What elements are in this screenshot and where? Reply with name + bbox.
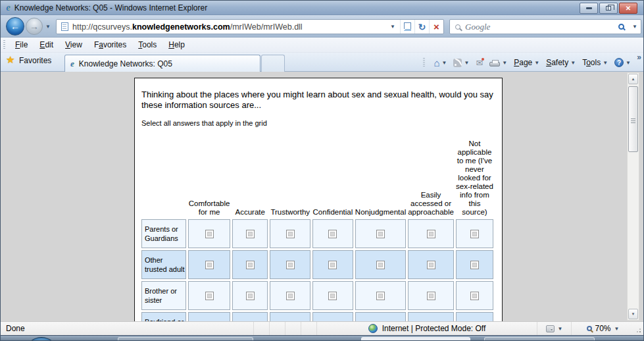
- safety-menu-button[interactable]: Safety▼: [544, 57, 578, 68]
- grid-cell: [188, 219, 230, 248]
- menu-favorites[interactable]: Favorites: [88, 38, 132, 51]
- start-button[interactable]: [24, 337, 59, 341]
- checkbox[interactable]: [286, 292, 295, 300]
- home-button[interactable]: ⌂▼: [432, 57, 449, 69]
- checkbox[interactable]: [427, 230, 435, 238]
- toolbar-grip: [3, 40, 5, 49]
- grid-cell: [456, 219, 493, 248]
- history-dropdown[interactable]: ▼: [45, 24, 51, 30]
- search-box[interactable]: Google ▼: [449, 19, 641, 34]
- overflow-chevron-icon[interactable]: »: [637, 53, 641, 62]
- checkbox[interactable]: [328, 230, 337, 238]
- search-options-dropdown[interactable]: ▼: [629, 24, 641, 30]
- checkbox[interactable]: [427, 261, 435, 269]
- minimize-button[interactable]: [580, 3, 598, 14]
- chevron-down-icon: ▼: [626, 60, 631, 66]
- forward-button[interactable]: →: [26, 18, 43, 35]
- menu-edit[interactable]: Edit: [34, 38, 59, 51]
- checkbox[interactable]: [205, 292, 214, 300]
- read-mail-button[interactable]: ✉: [474, 57, 485, 68]
- grid-row: Boyfriend or Girlfriend: [141, 312, 493, 321]
- favorites-bar: Favorites e Knowledge Networks: Q05 ⌂▼ ▼…: [1, 53, 643, 72]
- menu-help[interactable]: Help: [162, 38, 191, 51]
- mail-icon: ✉: [476, 59, 483, 67]
- checkbox[interactable]: [246, 261, 255, 269]
- rss-feed-icon: [453, 59, 462, 67]
- address-bar[interactable]: http://qcsurveys.knowledgenetworks.com/m…: [56, 19, 444, 34]
- address-dropdown[interactable]: ▼: [385, 20, 400, 34]
- checkbox[interactable]: [286, 230, 295, 238]
- compatibility-view-button[interactable]: [400, 20, 414, 34]
- help-menu-button[interactable]: ?▼: [612, 57, 633, 68]
- checkbox[interactable]: [470, 261, 479, 269]
- new-tab-stub[interactable]: [261, 55, 285, 72]
- grid-column-header: Accurate: [232, 130, 268, 217]
- grid-cell: [312, 250, 353, 279]
- grid-row: Parents or Guardians: [141, 219, 493, 248]
- zoom-control[interactable]: 70% ▼: [571, 322, 634, 335]
- chevron-down-icon: ▼: [603, 60, 608, 66]
- grid-column-header: Trustworthy: [270, 130, 310, 217]
- grid-cell: [456, 281, 493, 310]
- tab-knowledge-networks[interactable]: e Knowledge Networks: Q05: [64, 55, 260, 72]
- stop-icon: ×: [433, 22, 439, 32]
- feeds-button[interactable]: ▼: [451, 57, 471, 68]
- grid-row: Brother or sister: [141, 281, 493, 310]
- checkbox[interactable]: [376, 292, 385, 300]
- menu-view[interactable]: View: [59, 38, 88, 51]
- back-button[interactable]: ←: [6, 17, 24, 36]
- checkbox[interactable]: [205, 230, 214, 238]
- taskbar-button[interactable]: [361, 337, 470, 341]
- checkbox[interactable]: [470, 292, 479, 300]
- grid-cell: [355, 312, 406, 321]
- zone-text: Internet | Protected Mode: Off: [382, 324, 486, 333]
- favorites-button[interactable]: Favorites: [6, 56, 51, 65]
- checkbox[interactable]: [246, 292, 255, 300]
- safety-report-button[interactable]: ▼: [537, 322, 571, 335]
- chevron-down-icon: ▼: [502, 60, 507, 66]
- page-menu-button[interactable]: Page▼: [512, 57, 541, 68]
- url-text[interactable]: http://qcsurveys.knowledgenetworks.com/m…: [72, 22, 385, 32]
- scroll-up-button[interactable]: ▲: [628, 74, 638, 84]
- favorites-star-icon: [6, 56, 15, 65]
- close-button[interactable]: ✕: [619, 3, 637, 14]
- command-bar: ⌂▼ ▼ ✉ ▼ Page▼ Safety▼ Tools▼ ?▼: [420, 55, 633, 70]
- checkbox[interactable]: [286, 261, 295, 269]
- checkbox[interactable]: [470, 230, 479, 238]
- checkbox[interactable]: [427, 292, 435, 300]
- favorites-label: Favorites: [19, 56, 51, 65]
- checkbox[interactable]: [205, 261, 214, 269]
- scroll-down-icon: ▼: [632, 312, 635, 316]
- stop-button[interactable]: ×: [429, 20, 443, 34]
- scrollbar-thumb[interactable]: [628, 86, 638, 152]
- ie-icon: e: [6, 3, 11, 13]
- checkbox[interactable]: [376, 230, 385, 238]
- forward-arrow-icon: →: [30, 21, 39, 32]
- grid-column-header: Easily accessed or approachable: [408, 130, 454, 217]
- taskbar-button[interactable]: [118, 337, 253, 341]
- menu-tools[interactable]: Tools: [132, 38, 162, 51]
- grid-cell: [456, 250, 493, 279]
- checkbox[interactable]: [376, 261, 385, 269]
- print-button[interactable]: ▼: [487, 57, 509, 68]
- checkbox[interactable]: [246, 230, 255, 238]
- vertical-scrollbar[interactable]: ▲ ▼: [627, 72, 639, 321]
- checkbox[interactable]: [328, 292, 337, 300]
- tools-menu-button[interactable]: Tools▼: [580, 57, 610, 68]
- restore-button[interactable]: [599, 3, 618, 14]
- zoom-icon: [587, 326, 592, 331]
- grid-header-row: Comfortable for meAccurateTrustworthyCon…: [141, 130, 493, 217]
- checkbox[interactable]: [328, 261, 337, 269]
- menu-file[interactable]: File: [9, 38, 34, 51]
- question-text: Thinking about the places where you migh…: [141, 90, 500, 111]
- refresh-button[interactable]: ↻: [414, 20, 429, 34]
- search-go-button[interactable]: [613, 20, 629, 34]
- grid-row-label: Boyfriend or Girlfriend: [141, 312, 186, 321]
- resize-grip[interactable]: [634, 322, 643, 335]
- security-zone[interactable]: Internet | Protected Mode: Off: [316, 322, 537, 335]
- taskbar-button[interactable]: [484, 337, 595, 341]
- grid-corner-cell: [141, 130, 186, 217]
- grid-column-header: Confidential: [312, 130, 353, 217]
- search-go-icon: [618, 24, 624, 30]
- scroll-down-button[interactable]: ▼: [628, 309, 638, 319]
